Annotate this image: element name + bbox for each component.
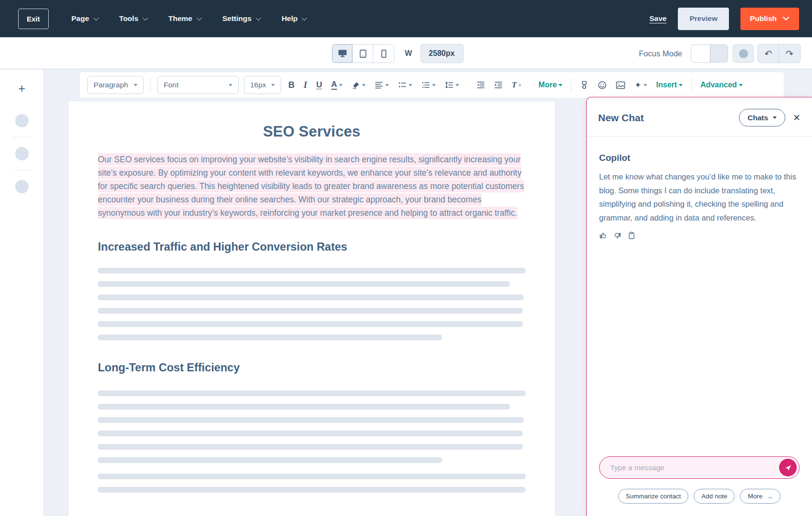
underline-button[interactable]: U [314, 79, 324, 91]
mobile-view-button[interactable] [373, 44, 394, 63]
thumbs-down-button[interactable] [613, 232, 622, 240]
summarize-contact-button[interactable]: Summarize contact [618, 489, 689, 504]
advanced-label: Advanced [700, 81, 737, 89]
highlighted-paragraph[interactable]: Our SEO services focus on improving your… [98, 153, 526, 220]
section-heading-2[interactable]: Long-Term Cost Efficiency [98, 361, 526, 374]
copilot-message: Let me know what changes you’d like me t… [599, 170, 800, 224]
focus-mode-toggle[interactable] [691, 44, 728, 63]
font-size-select[interactable]: 16px [244, 76, 281, 94]
redo-icon: ↷ [786, 48, 793, 59]
menu-theme[interactable]: Theme [169, 14, 200, 23]
toolbar-divider [571, 78, 571, 92]
close-panel-button[interactable]: ✕ [793, 113, 801, 122]
insert-menu-button[interactable]: Insert [654, 79, 685, 91]
skeleton-paragraph-3 [98, 474, 526, 493]
bold-button[interactable]: B [286, 79, 296, 92]
tablet-view-button[interactable] [353, 44, 373, 63]
desktop-view-button[interactable] [332, 44, 353, 63]
module-thumbnail[interactable] [15, 114, 29, 127]
skeleton-text-line [98, 404, 510, 410]
italic-button[interactable]: I [302, 78, 309, 92]
dropdown-arrow-icon [385, 84, 389, 86]
focus-mode-label: Focus Mode [639, 49, 682, 58]
menu-page[interactable]: Page [72, 14, 97, 23]
publish-button-label: Publish [750, 14, 777, 23]
dropdown-arrow-icon [739, 84, 743, 86]
module-thumbnail[interactable] [15, 147, 29, 160]
insert-image-button[interactable] [614, 80, 627, 91]
record-dot-icon [739, 49, 748, 58]
indent-icon [494, 81, 503, 89]
chevron-down-icon [196, 15, 201, 21]
chats-dropdown-button[interactable]: Chats [739, 109, 785, 126]
multilevel-list-button[interactable] [420, 79, 438, 91]
top-navbar: Exit Page Tools Theme Settings Help Save… [0, 0, 812, 37]
skeleton-text-line [98, 268, 526, 274]
paragraph-style-value: Paragraph [94, 81, 128, 89]
more-actions-button[interactable]: More→ [740, 489, 780, 504]
publish-button[interactable]: Publish [740, 8, 799, 30]
chevron-down-icon [302, 15, 307, 21]
module-token-button[interactable] [578, 79, 591, 91]
font-color-button[interactable]: A [329, 79, 345, 91]
width-label: W [405, 49, 412, 58]
add-note-label: Add note [701, 493, 727, 500]
record-button[interactable] [733, 44, 754, 63]
advanced-menu-button[interactable]: Advanced [698, 79, 744, 91]
highlight-color-button[interactable] [350, 80, 368, 91]
thumbs-up-button[interactable] [599, 232, 607, 240]
save-link[interactable]: Save [649, 14, 666, 23]
add-module-button[interactable]: + [18, 81, 25, 96]
skeleton-text-line [98, 390, 526, 396]
align-button[interactable] [373, 79, 391, 91]
menu-help[interactable]: Help [282, 14, 306, 23]
indent-button[interactable] [492, 79, 505, 91]
module-thumbnail[interactable] [15, 180, 29, 193]
ai-sparkle-icon: ✦ [634, 80, 641, 90]
width-input[interactable] [421, 44, 464, 63]
dropdown-arrow-icon [339, 84, 343, 86]
editor-menus: Page Tools Theme Settings Help [72, 14, 306, 23]
outdent-button[interactable] [475, 79, 487, 91]
ai-assistant-button[interactable]: ✦ [633, 79, 649, 92]
add-note-button[interactable]: Add note [694, 489, 735, 504]
line-height-button[interactable] [443, 79, 461, 91]
highlighted-text[interactable]: Our SEO services focus on improving your… [98, 153, 524, 219]
menu-help-label: Help [282, 14, 298, 23]
skeleton-text-line [98, 417, 524, 423]
chevron-down-icon [143, 15, 148, 21]
menu-tools[interactable]: Tools [119, 14, 147, 23]
paragraph-style-select[interactable]: Paragraph [87, 76, 144, 94]
clear-formatting-button[interactable]: T× [510, 79, 523, 91]
skeleton-text-line [98, 431, 523, 436]
outdent-icon [476, 81, 485, 89]
page-title[interactable]: SEO Services [98, 123, 526, 140]
font-size-value: 16px [250, 81, 266, 89]
page-content-card[interactable]: SEO Services Our SEO services focus on i… [68, 101, 556, 516]
menu-settings[interactable]: Settings [222, 14, 260, 23]
copy-message-button[interactable] [628, 232, 635, 240]
more-formatting-button[interactable]: More [537, 79, 564, 91]
undo-button[interactable]: ↶ [758, 44, 779, 63]
font-select[interactable]: Font [158, 76, 239, 94]
message-input[interactable] [600, 457, 799, 478]
emoji-icon [598, 81, 607, 90]
editor-workspace: + Paragraph Font 16px B I U A [0, 70, 812, 516]
exit-button[interactable]: Exit [18, 9, 49, 29]
emoji-button[interactable] [596, 79, 609, 91]
skeleton-paragraph-1 [98, 268, 526, 340]
skeleton-text-line [98, 295, 524, 300]
menu-theme-label: Theme [169, 14, 192, 23]
quick-actions: Summarize contact Add note More→ [599, 489, 800, 504]
redo-button[interactable]: ↷ [779, 44, 800, 63]
section-heading-1[interactable]: Increased Traffic and Higher Conversion … [98, 241, 526, 253]
skeleton-text-line [98, 457, 442, 463]
mobile-icon [380, 49, 388, 58]
menu-page-label: Page [72, 14, 89, 23]
dropdown-arrow-icon [271, 84, 275, 86]
bullet-list-button[interactable] [396, 79, 414, 91]
module-token-icon [580, 81, 589, 89]
menu-settings-label: Settings [222, 14, 252, 23]
preview-button[interactable]: Preview [678, 8, 729, 30]
send-button[interactable] [779, 459, 797, 476]
